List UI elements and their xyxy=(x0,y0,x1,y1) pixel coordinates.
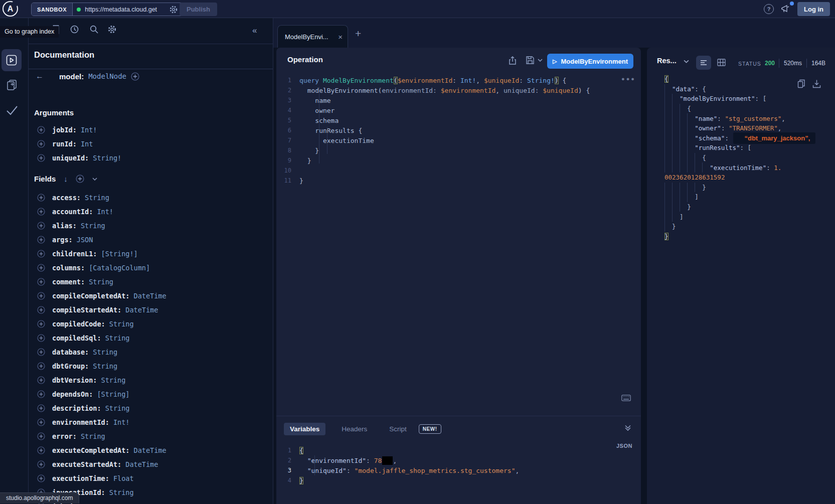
code-line[interactable]: 9 } xyxy=(276,155,641,165)
save-chevron-down-icon[interactable] xyxy=(538,59,543,62)
code-line[interactable]: 4} xyxy=(276,475,641,485)
circle-plus-icon[interactable] xyxy=(37,376,45,384)
field-row[interactable]: executeStartedAt: DateTime xyxy=(29,457,273,471)
circle-plus-icon[interactable] xyxy=(37,126,45,134)
field-type[interactable]: String xyxy=(85,278,113,286)
field-row[interactable]: environmentId: Int! xyxy=(29,415,273,429)
circle-plus-icon[interactable] xyxy=(37,208,45,216)
field-row[interactable]: dbtGroup: String xyxy=(29,359,273,373)
response-line[interactable]: "owner": "TRANSFORMER", xyxy=(664,123,830,133)
code-line[interactable]: 2 modelByEnvironment(environmentId: $env… xyxy=(276,85,641,95)
breadcrumb-type[interactable]: ModelNode xyxy=(88,72,126,80)
sidebar-item-explorer[interactable] xyxy=(2,49,22,71)
field-row[interactable]: columns: [CatalogColumn] xyxy=(29,261,273,275)
circle-plus-icon[interactable] xyxy=(37,292,45,300)
login-button[interactable]: Log in xyxy=(797,2,830,16)
response-line[interactable]: } xyxy=(664,232,830,242)
add-all-fields-icon[interactable] xyxy=(76,175,84,183)
publish-button[interactable]: Publish xyxy=(180,3,217,16)
field-type[interactable]: String xyxy=(89,348,117,356)
response-line[interactable]: } xyxy=(664,222,830,232)
circle-plus-icon[interactable] xyxy=(37,432,45,440)
save-icon[interactable] xyxy=(526,56,535,65)
tab-modelbyenvironment[interactable]: ModelByEnvi... × xyxy=(277,25,348,48)
field-row[interactable]: compileCompletedAt: DateTime xyxy=(29,289,273,303)
keyboard-shortcuts-icon[interactable] xyxy=(621,395,631,401)
field-row[interactable]: dbtVersion: String xyxy=(29,373,273,387)
code-line[interactable]: 2 "environmentId": 78, xyxy=(276,455,641,465)
field-row[interactable]: compiledSql: String xyxy=(29,331,273,345)
response-line[interactable]: ] xyxy=(664,212,830,222)
response-title[interactable]: Res... xyxy=(657,57,677,65)
field-type[interactable]: Int! xyxy=(93,208,113,216)
field-type[interactable]: [CatalogColumn] xyxy=(85,264,150,272)
response-line[interactable]: "name": "stg_customers", xyxy=(664,113,830,123)
circle-plus-icon[interactable] xyxy=(37,334,45,342)
argument-row[interactable]: uniqueId: String! xyxy=(29,151,273,165)
field-type[interactable]: String xyxy=(81,194,109,202)
apollo-logo-icon[interactable]: A xyxy=(3,1,18,17)
tab-variables[interactable]: Variables xyxy=(284,423,325,435)
field-type[interactable]: String xyxy=(77,222,105,230)
table-view-icon[interactable] xyxy=(717,59,726,66)
code-line[interactable]: 11} xyxy=(276,176,641,186)
code-line[interactable]: 7 executionTime xyxy=(276,135,641,145)
response-line[interactable]: "runResults": [ xyxy=(664,143,830,153)
variables-code-editor[interactable]: 1{2 "environmentId": 78,3 "uniqueId": "m… xyxy=(276,445,641,485)
response-line[interactable]: 0023620128631592 xyxy=(664,173,830,183)
back-arrow-icon[interactable]: ← xyxy=(36,72,44,81)
circle-plus-icon[interactable] xyxy=(37,140,45,148)
run-operation-button[interactable]: ▷ ModelByEnvironment xyxy=(547,54,633,69)
history-icon[interactable] xyxy=(70,25,79,34)
circle-plus-icon[interactable] xyxy=(37,194,45,202)
collapse-docs-icon[interactable]: « xyxy=(252,26,257,35)
circle-plus-icon[interactable] xyxy=(37,320,45,328)
code-line[interactable]: 3 "uniqueId": "model.jaffle_shop_metrics… xyxy=(276,465,641,475)
sidebar-item-collections[interactable] xyxy=(6,79,18,91)
field-type[interactable]: Int! xyxy=(77,126,97,134)
announcements-megaphone-icon[interactable] xyxy=(780,4,791,14)
code-line[interactable]: 8 } xyxy=(276,145,641,155)
field-row[interactable]: childrenL1: [String!] xyxy=(29,247,273,261)
field-row[interactable]: comment: String xyxy=(29,275,273,289)
field-row[interactable]: database: String xyxy=(29,345,273,359)
field-row[interactable]: compiledCode: String xyxy=(29,317,273,331)
field-type[interactable]: DateTime xyxy=(121,460,158,468)
field-type[interactable]: JSON xyxy=(73,236,93,244)
field-type[interactable]: [String!] xyxy=(97,250,137,258)
circle-plus-icon[interactable] xyxy=(37,446,45,454)
field-type[interactable]: Int xyxy=(77,140,93,148)
settings-gear-icon[interactable] xyxy=(107,25,117,34)
argument-row[interactable]: jobId: Int! xyxy=(29,123,273,137)
circle-plus-icon[interactable] xyxy=(37,264,45,272)
response-line[interactable]: { xyxy=(664,74,830,84)
response-json-viewer[interactable]: {"data": {"modelByEnvironment": [{"name"… xyxy=(664,74,830,241)
field-row[interactable]: args: JSON xyxy=(29,233,273,247)
field-type[interactable]: String xyxy=(105,488,134,496)
field-type[interactable]: DateTime xyxy=(129,446,166,454)
code-line[interactable]: 3 name xyxy=(276,95,641,105)
field-row[interactable]: alias: String xyxy=(29,219,273,233)
field-type[interactable]: DateTime xyxy=(121,306,158,314)
argument-row[interactable]: runId: Int xyxy=(29,137,273,151)
share-icon[interactable] xyxy=(508,56,517,65)
code-line[interactable]: 4 owner xyxy=(276,105,641,115)
field-type[interactable]: String xyxy=(97,376,125,384)
response-chevron-down-icon[interactable] xyxy=(684,60,689,63)
field-type[interactable]: Float xyxy=(109,474,134,482)
circle-plus-icon[interactable] xyxy=(37,278,45,286)
circle-plus-icon[interactable] xyxy=(37,250,45,258)
field-type[interactable]: DateTime xyxy=(129,292,166,300)
field-row[interactable]: accountId: Int! xyxy=(29,205,273,219)
response-line[interactable]: { xyxy=(664,153,830,163)
collapse-variables-icon[interactable] xyxy=(624,424,631,431)
help-icon[interactable]: ? xyxy=(764,4,774,14)
circle-plus-icon[interactable] xyxy=(37,474,45,482)
circle-plus-icon[interactable] xyxy=(37,306,45,314)
response-line[interactable]: "schema": “dbt_mary_jackson”, xyxy=(664,133,830,143)
field-type[interactable]: String xyxy=(101,334,130,342)
response-line[interactable]: "executionTime": 1. xyxy=(664,162,830,173)
sort-fields-icon[interactable]: ↓ xyxy=(64,175,68,183)
field-type[interactable]: String xyxy=(101,404,130,412)
field-type[interactable]: String xyxy=(105,320,134,328)
